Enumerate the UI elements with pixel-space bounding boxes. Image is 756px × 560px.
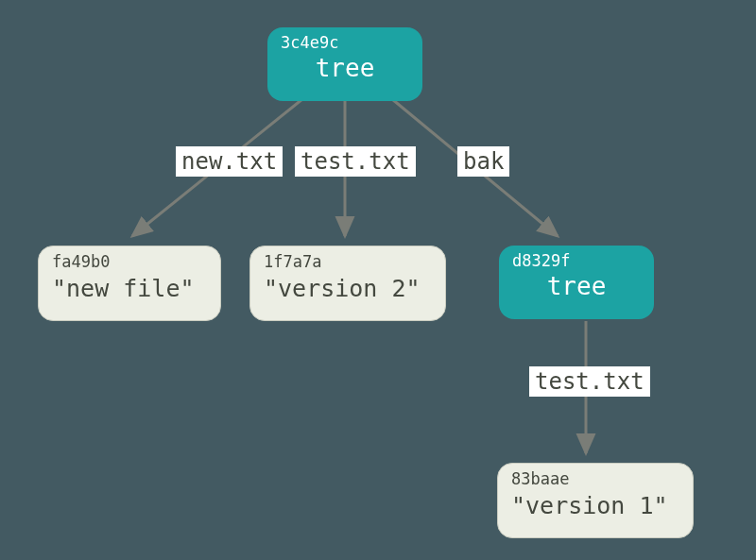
- node-type: tree: [512, 272, 641, 300]
- blob-node-version-1: 83baae "version 1": [497, 463, 694, 538]
- node-content: "new file": [52, 275, 207, 302]
- git-object-diagram: 3c4e9c tree new.txt test.txt bak fa49b0 …: [0, 0, 756, 560]
- node-hash: 1f7a7a: [264, 252, 432, 271]
- edge-label-new-txt: new.txt: [176, 146, 283, 177]
- edge-label-test-txt: test.txt: [295, 146, 416, 177]
- edge-label-bak: bak: [457, 146, 509, 177]
- node-hash: fa49b0: [52, 252, 207, 271]
- tree-node-subtree: d8329f tree: [499, 246, 654, 319]
- edge-label-sub-test-txt: test.txt: [529, 366, 650, 397]
- node-hash: d8329f: [512, 251, 641, 270]
- tree-node-root: 3c4e9c tree: [267, 27, 422, 101]
- node-type: tree: [281, 54, 409, 82]
- node-hash: 83baae: [511, 469, 679, 488]
- blob-node-new-file: fa49b0 "new file": [38, 246, 221, 321]
- node-content: "version 1": [511, 492, 679, 519]
- blob-node-version-2: 1f7a7a "version 2": [249, 246, 446, 321]
- node-hash: 3c4e9c: [281, 33, 409, 52]
- node-content: "version 2": [264, 275, 432, 302]
